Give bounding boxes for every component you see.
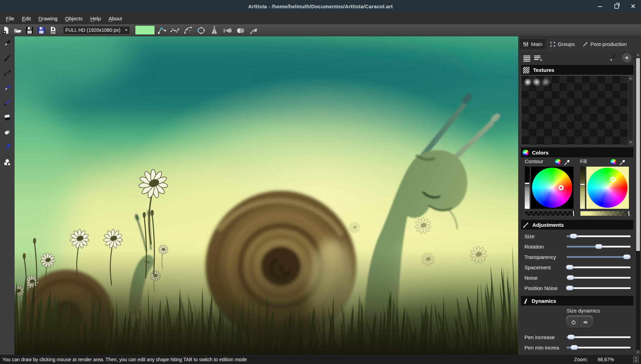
contour-alpha-slider[interactable] xyxy=(525,211,576,216)
texture-thumb-spray[interactable] xyxy=(541,77,550,87)
tab-post-production[interactable]: Post-production xyxy=(579,39,630,49)
panel-scroll-down-icon[interactable]: ▼ xyxy=(636,350,640,355)
flip-horizontal-button[interactable] xyxy=(221,25,234,36)
fill-alpha-slider[interactable] xyxy=(580,211,631,216)
tab-main[interactable]: Main xyxy=(520,39,546,49)
textures-scrollbar[interactable]: ▲ ▼ xyxy=(628,76,633,145)
brush-tool-blue-button[interactable] xyxy=(3,98,12,107)
fill-wheel-box[interactable] xyxy=(586,167,629,209)
menu-help[interactable]: Help xyxy=(86,13,105,24)
contour-value-marker[interactable] xyxy=(525,183,530,184)
dynamics-infinite-button[interactable]: ∞ xyxy=(580,317,592,328)
open-file-button[interactable] xyxy=(12,25,24,36)
restore-button[interactable] xyxy=(613,3,620,10)
tab-groups[interactable]: Groups xyxy=(547,39,578,49)
eraser-icon xyxy=(3,113,11,122)
zoom-spinner[interactable]: ▲▼ xyxy=(633,356,639,363)
menu-drawing[interactable]: Drawing xyxy=(35,13,61,24)
roller-tool-button[interactable] xyxy=(3,128,12,137)
save-button[interactable] xyxy=(24,25,35,36)
add-list-item-button[interactable] xyxy=(532,54,543,63)
minimize-button[interactable] xyxy=(597,3,603,10)
node-tool-button[interactable] xyxy=(155,25,168,36)
slider-thumb[interactable] xyxy=(623,254,631,259)
slider-thumb[interactable] xyxy=(567,335,575,339)
menu-edit[interactable]: Edit xyxy=(18,13,35,24)
scroll-down-icon[interactable]: ▼ xyxy=(629,140,633,144)
fill-eyedropper-icon[interactable] xyxy=(619,159,626,166)
slider-track[interactable] xyxy=(567,277,631,279)
slider-thumb[interactable] xyxy=(566,265,574,270)
spinner-down-icon[interactable]: ▼ xyxy=(635,360,637,362)
spinner-up-icon[interactable]: ▲ xyxy=(635,357,637,359)
slider-thumb[interactable] xyxy=(570,234,577,239)
close-icon: ✕ xyxy=(631,3,635,9)
flip-vertical-button[interactable] xyxy=(208,25,221,36)
shapes-tool-button[interactable] xyxy=(3,158,12,167)
slider-track[interactable] xyxy=(567,336,631,338)
slider-track[interactable] xyxy=(567,267,631,268)
brush-stroke-tool-button[interactable] xyxy=(247,25,260,36)
eraser-tool-button[interactable] xyxy=(3,113,12,122)
slider-thumb[interactable] xyxy=(595,244,603,249)
textures-header[interactable]: Textures xyxy=(521,65,633,75)
adjustments-header[interactable]: Adjustments xyxy=(521,220,633,230)
menu-about[interactable]: About xyxy=(105,13,126,24)
minimize-icon xyxy=(598,6,602,7)
texture-thumb-grainy[interactable] xyxy=(532,77,541,87)
fill-alpha-marker[interactable] xyxy=(628,211,630,216)
add-button[interactable]: + xyxy=(622,53,631,62)
pen-tool-blue-button[interactable] xyxy=(3,83,12,92)
contour-alpha-marker[interactable] xyxy=(573,211,574,216)
slider-track[interactable] xyxy=(567,246,631,248)
canvas-size-select[interactable]: FULL HD (1920x1080 px) xyxy=(63,26,130,35)
save-as-button[interactable] xyxy=(35,25,47,36)
menu-objects[interactable]: Objects xyxy=(61,13,86,24)
contour-value-slider[interactable] xyxy=(525,167,530,209)
boolean-union-button[interactable] xyxy=(234,25,247,36)
dynamics-off-button[interactable] xyxy=(568,317,580,328)
export-png-button[interactable]: PNG xyxy=(47,25,59,36)
panel-scroll-thumb[interactable] xyxy=(636,58,640,251)
pen-tool-button[interactable] xyxy=(3,39,12,48)
contour-wheel-box[interactable] xyxy=(531,167,574,209)
slider-track[interactable] xyxy=(567,235,631,237)
textures-list[interactable]: ▲ ▼ xyxy=(521,75,633,145)
scroll-up-icon[interactable]: ▲ xyxy=(629,76,633,81)
slider-thumb[interactable] xyxy=(566,286,574,290)
new-document-button[interactable] xyxy=(0,25,12,36)
fill-wheel-marker[interactable] xyxy=(611,177,616,182)
slider-track[interactable] xyxy=(567,347,631,348)
panel-scrollbar[interactable]: ▲ ▼ xyxy=(636,53,640,355)
contour-eyedropper-icon[interactable] xyxy=(564,159,571,166)
bezier-tool-button[interactable] xyxy=(168,25,181,36)
fill-value-marker[interactable] xyxy=(580,184,585,185)
pencil-icon[interactable] xyxy=(608,53,617,63)
bezier-tool-icon xyxy=(170,26,180,35)
swatter-tool-button[interactable] xyxy=(3,143,12,152)
brush-tool-button[interactable] xyxy=(3,54,12,63)
fill-wheel-mode-icon[interactable] xyxy=(611,159,616,165)
current-color-swatch[interactable] xyxy=(135,25,155,35)
list-view-button[interactable] xyxy=(521,54,532,63)
contour-color-wheel[interactable] xyxy=(532,168,572,208)
slider-track[interactable] xyxy=(567,256,631,258)
fill-value-slider[interactable] xyxy=(580,167,585,209)
color-wheel-icon xyxy=(523,150,529,156)
contour-wheel-marker[interactable] xyxy=(559,185,564,190)
slider-thumb[interactable] xyxy=(570,345,578,350)
dynamics-header[interactable]: Dynamics xyxy=(521,296,633,306)
arc-tool-button[interactable] xyxy=(181,25,194,36)
canvas-render-area[interactable] xyxy=(15,36,518,355)
colors-header[interactable]: Colors xyxy=(521,148,633,157)
path-tool-button[interactable] xyxy=(3,68,12,77)
texture-thumb-soft[interactable] xyxy=(523,77,532,87)
ellipse-tool-button[interactable] xyxy=(194,25,208,36)
menu-file[interactable]: File xyxy=(2,13,18,24)
close-button[interactable]: ✕ xyxy=(630,3,636,10)
fill-color-wheel[interactable] xyxy=(587,168,628,208)
slider-thumb[interactable] xyxy=(567,275,574,280)
contour-wheel-mode-icon[interactable] xyxy=(555,159,561,165)
panel-scroll-up-icon[interactable]: ▲ xyxy=(636,53,640,57)
slider-track[interactable] xyxy=(567,287,631,289)
